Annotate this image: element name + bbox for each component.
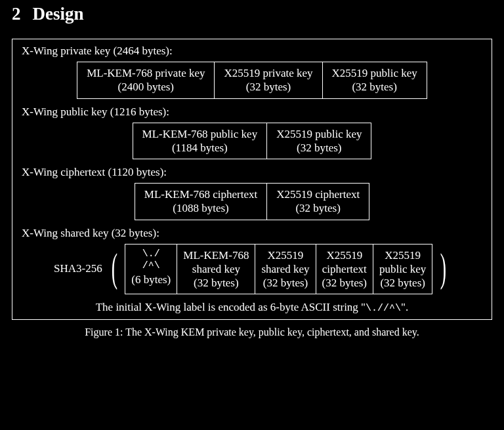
cell-bytes: (32 bytes) [322, 276, 367, 290]
pub-cell-mlkem: ML-KEM-768 public key (1184 bytes) [133, 123, 267, 160]
cell-text2: ciphertext [322, 262, 367, 276]
close-paren-icon: ) [440, 252, 446, 283]
ss-cell-mlkem: ML-KEM-768 shared key (32 bytes) [177, 244, 255, 295]
public-key-title: X-Wing public key (1216 bytes): [22, 106, 482, 119]
public-key-group: X-Wing public key (1216 bytes): ML-KEM-7… [22, 106, 482, 160]
ss-cell-x25519-ss: X25519 shared key (32 bytes) [255, 244, 315, 295]
footnote-post: ". [401, 301, 408, 313]
shared-key-row: SHA3-256 ( \./ /^\ (6 bytes) ML-KEM-768 … [22, 244, 482, 295]
cell-bytes: (1088 bytes) [144, 201, 257, 215]
ct-cell-mlkem: ML-KEM-768 ciphertext (1088 bytes) [135, 183, 266, 220]
ascii-art-l1: \./ [131, 248, 171, 261]
cell-text2: shared key [183, 262, 249, 276]
ss-cell-label: \./ /^\ (6 bytes) [125, 244, 177, 295]
cell-bytes: (32 bytes) [276, 201, 360, 215]
cell-text: ML-KEM-768 private key [87, 66, 205, 80]
cell-bytes: (32 bytes) [183, 276, 249, 290]
ct-cell-x25519: X25519 ciphertext (32 bytes) [266, 183, 369, 220]
ciphertext-title: X-Wing ciphertext (1120 bytes): [22, 166, 482, 179]
cell-bytes: (1184 bytes) [142, 141, 258, 155]
label-footnote: The initial X-Wing label is encoded as 6… [22, 301, 482, 314]
cell-bytes: (32 bytes) [332, 80, 417, 94]
cell-text: X25519 [322, 248, 367, 262]
private-key-group: X-Wing private key (2464 bytes): ML-KEM-… [22, 45, 482, 99]
open-paren-icon: ( [111, 252, 117, 283]
public-key-cells: ML-KEM-768 public key (1184 bytes) X2551… [22, 123, 482, 160]
shared-key-cells: \./ /^\ (6 bytes) ML-KEM-768 shared key … [125, 244, 432, 295]
cell-bytes: (32 bytes) [224, 80, 312, 94]
section-title: Design [33, 4, 84, 24]
cell-text: X25519 private key [224, 66, 312, 80]
priv-cell-mlkem: ML-KEM-768 private key (2400 bytes) [77, 62, 214, 99]
ciphertext-cells: ML-KEM-768 ciphertext (1088 bytes) X2551… [22, 183, 482, 220]
hash-label: SHA3-256 [54, 262, 102, 275]
section-heading: 2Design [12, 4, 492, 24]
cell-bytes: (6 bytes) [131, 273, 171, 286]
priv-cell-x25519-priv: X25519 private key (32 bytes) [214, 62, 322, 99]
cell-text: ML-KEM-768 ciphertext [144, 187, 257, 201]
cell-text: X25519 ciphertext [276, 187, 360, 201]
cell-bytes: (32 bytes) [379, 276, 426, 290]
ciphertext-group: X-Wing ciphertext (1120 bytes): ML-KEM-7… [22, 166, 482, 220]
page: 2Design X-Wing private key (2464 bytes):… [0, 0, 504, 345]
figure-box: X-Wing private key (2464 bytes): ML-KEM-… [12, 39, 492, 320]
ss-cell-x25519-pk: X25519 public key (32 bytes) [373, 244, 432, 295]
figure-caption: Figure 1: The X-Wing KEM private key, pu… [12, 326, 492, 338]
footnote-ascii: \.//^\ [366, 303, 401, 314]
pub-cell-x25519: X25519 public key (32 bytes) [266, 123, 371, 160]
ascii-art-l2: /^\ [131, 260, 171, 273]
cell-text: X25519 public key [332, 66, 417, 80]
private-key-title: X-Wing private key (2464 bytes): [22, 45, 482, 58]
cell-text: X25519 [261, 248, 309, 262]
footnote-pre: The initial X-Wing label is encoded as 6… [96, 301, 366, 313]
cell-bytes: (32 bytes) [261, 276, 309, 290]
private-key-cells: ML-KEM-768 private key (2400 bytes) X255… [22, 62, 482, 99]
shared-key-title: X-Wing shared key (32 bytes): [22, 227, 482, 240]
cell-text: ML-KEM-768 public key [142, 127, 258, 141]
cell-text: X25519 public key [276, 127, 362, 141]
cell-text: X25519 [379, 248, 426, 262]
shared-key-group: X-Wing shared key (32 bytes): SHA3-256 (… [22, 227, 482, 295]
ss-cell-x25519-ct: X25519 ciphertext (32 bytes) [316, 244, 373, 295]
cell-text2: shared key [261, 262, 309, 276]
cell-text2: public key [379, 262, 426, 276]
priv-cell-x25519-pub: X25519 public key (32 bytes) [322, 62, 427, 99]
cell-bytes: (32 bytes) [276, 141, 362, 155]
cell-bytes: (2400 bytes) [87, 80, 205, 94]
section-number: 2 [12, 4, 21, 24]
cell-text: ML-KEM-768 [183, 248, 249, 262]
